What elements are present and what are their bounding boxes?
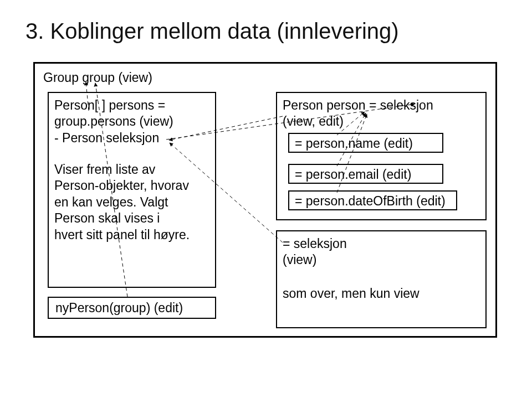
nyperson-label: nyPerson(group) (edit) [55,300,183,316]
slide-title: 3. Koblinger mellom data (innlevering) [25,19,399,44]
slide: 3. Koblinger mellom data (innlevering) G… [0,0,532,403]
group-label: Group group (view) [43,70,152,86]
dob-field-label: = person.dateOfBirth (edit) [295,193,446,209]
person-decl: Person person = seleksjon (view, edit) [283,97,433,130]
seleksjon-view-label: = seleksjon (view) [283,236,347,268]
som-over-label: som over, men kun view [283,286,420,302]
persons-decl: Person[ ] persons = group.persons (view)… [54,97,173,146]
email-field-label: = person.email (edit) [295,167,411,183]
list-explain: Viser frem liste av Person-objekter, hvo… [54,162,190,243]
name-field-label: = person.name (edit) [295,136,413,152]
